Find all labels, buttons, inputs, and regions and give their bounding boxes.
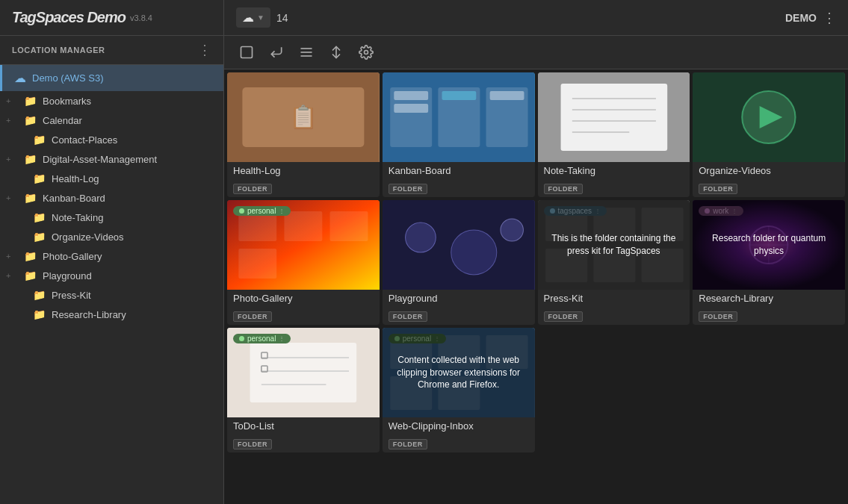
- folder-thumbnail: 📋: [227, 72, 380, 162]
- sidebar-item-label: Calendar: [43, 115, 82, 126]
- folder-card-photo-gallery[interactable]: personal ⋮ Photo-Gallery FOLDER: [227, 200, 380, 325]
- folder-name: ToDo-List: [233, 420, 274, 432]
- demo-location-label: Demo (AWS S3): [32, 72, 104, 84]
- folder-card-kanban-board[interactable]: Kanban-Board FOLDER: [383, 72, 535, 197]
- folder-thumbnail: personal ⋮ Content collected with the we…: [383, 328, 535, 417]
- folder-thumbnail: [383, 72, 535, 162]
- folder-badge: FOLDER: [233, 311, 272, 322]
- svg-point-33: [451, 230, 496, 275]
- folder-card-research-library[interactable]: work ⋮ Research folder for quantum physi…: [693, 200, 845, 325]
- expand-icon: +: [6, 155, 21, 164]
- folder-card-todo-list[interactable]: personal ⋮ ToDo-List FOLDER: [227, 328, 380, 452]
- folder-name: Photo-Gallery: [233, 293, 292, 304]
- tooltip-text: This is the folder containing the press …: [544, 232, 684, 258]
- sidebar-item-label: Playground: [43, 270, 92, 281]
- svg-rect-18: [560, 84, 667, 151]
- sidebar-item-playground[interactable]: + 📁 Playground: [0, 266, 223, 285]
- svg-rect-28: [284, 211, 322, 241]
- select-all-button[interactable]: [236, 42, 257, 63]
- settings-button[interactable]: [356, 42, 377, 63]
- sidebar-item-photo-gallery[interactable]: + 📁 Photo-Gallery: [0, 246, 223, 266]
- chevron-down-icon: ▼: [257, 13, 264, 22]
- folder-icon: 📁: [33, 231, 46, 243]
- top-bar-left: ☁ ▼ 14: [236, 7, 288, 28]
- folder-badge: FOLDER: [699, 184, 737, 194]
- folder-icon: 📁: [24, 114, 37, 126]
- folder-thumbnail: [538, 72, 690, 162]
- sidebar-item-label: Note-Taking: [52, 212, 103, 223]
- svg-rect-15: [442, 91, 476, 100]
- folder-card-press-kit[interactable]: tagspaces ⋮ This is the folder containin…: [538, 200, 690, 325]
- sidebar-item-kanban-board[interactable]: + 📁 Kanban-Board: [0, 188, 223, 208]
- folder-tooltip: This is the folder containing the press …: [538, 200, 690, 290]
- sidebar-item-label: Research-Library: [52, 309, 126, 320]
- tooltip-text: Content collected with the web clipping …: [389, 354, 529, 391]
- cloud-selector[interactable]: ☁ ▼: [236, 7, 270, 28]
- folder-thumbnail: [693, 72, 845, 162]
- svg-rect-29: [330, 211, 368, 241]
- more-options-icon[interactable]: ⋮: [823, 10, 836, 26]
- location-manager-menu-icon[interactable]: ⋮: [198, 42, 211, 58]
- sidebar-item-label: Health-Log: [52, 173, 99, 184]
- folder-card-playground[interactable]: Playground FOLDER: [383, 200, 535, 325]
- tag-dot: [239, 208, 244, 214]
- svg-rect-13: [394, 91, 428, 100]
- enter-directory-button[interactable]: [266, 42, 287, 63]
- sidebar-item-research-library[interactable]: 📁 Research-Library: [0, 305, 223, 324]
- folder-card-web-clipping-inbox[interactable]: personal ⋮ Content collected with the we…: [383, 328, 535, 452]
- folder-name: Web-Clipping-Inbox: [389, 420, 474, 432]
- svg-point-32: [405, 223, 436, 252]
- expand-icon: +: [6, 252, 21, 261]
- sidebar-item-label: Bookmarks: [43, 96, 91, 107]
- sidebar-item-organize-videos[interactable]: 📁 Organize-Videos: [0, 227, 223, 246]
- folder-icon: 📁: [24, 192, 37, 204]
- sidebar-item-press-kit[interactable]: 📁 Press-Kit: [0, 285, 223, 305]
- folder-thumbnail: tagspaces ⋮ This is the folder containin…: [538, 200, 690, 290]
- tag-badge-personal: personal ⋮: [233, 334, 291, 343]
- sidebar-item-health-log[interactable]: 📁 Health-Log: [0, 169, 223, 188]
- location-manager-header: LOCATION MANAGER ⋮: [0, 36, 223, 65]
- folder-badge: FOLDER: [544, 311, 583, 322]
- folder-footer: Note-Taking: [538, 162, 690, 181]
- folder-badge: FOLDER: [389, 184, 427, 194]
- folder-icon: 📁: [33, 172, 46, 184]
- folder-name: Playground: [389, 293, 438, 304]
- demo-location-item[interactable]: ☁ Demo (AWS S3): [0, 65, 223, 91]
- folder-footer: Organize-Videos: [693, 162, 845, 181]
- sidebar-item-contact-places[interactable]: 📁 Contact-Places: [0, 130, 223, 149]
- folder-badge: FOLDER: [233, 439, 272, 449]
- thumb-background: [383, 72, 535, 162]
- list-view-button[interactable]: [296, 42, 317, 63]
- folder-badge: FOLDER: [233, 184, 272, 194]
- folder-footer: Press-Kit: [538, 290, 690, 308]
- folder-card-health-log[interactable]: 📋 Health-Log FOLDER: [227, 72, 380, 197]
- top-bar: ☁ ▼ 14 DEMO ⋮: [224, 0, 848, 36]
- folder-icon: 📁: [33, 134, 46, 146]
- folder-footer: Playground: [383, 290, 535, 308]
- folder-icon: 📁: [33, 289, 46, 301]
- folder-thumbnail: work ⋮ Research folder for quantum physi…: [693, 200, 845, 290]
- folder-thumbnail: personal ⋮: [227, 200, 380, 290]
- tag-options-icon[interactable]: ⋮: [279, 335, 285, 342]
- folder-badge: FOLDER: [699, 311, 737, 322]
- folder-badge: FOLDER: [389, 439, 427, 449]
- folder-name: Health-Log: [233, 165, 281, 176]
- sidebar-item-digital-asset-management[interactable]: + 📁 Digital-Asset-Management: [0, 149, 223, 169]
- thumb-background: [383, 200, 535, 290]
- thumb-background: [693, 72, 845, 162]
- sidebar-item-calendar[interactable]: + 📁 Calendar: [0, 111, 223, 130]
- app-version: v3.8.4: [130, 13, 152, 22]
- folder-footer: Kanban-Board: [383, 162, 535, 181]
- sort-button[interactable]: [326, 42, 347, 63]
- folder-name: Research-Library: [699, 293, 773, 304]
- tag-options-icon[interactable]: ⋮: [279, 208, 285, 214]
- svg-text:📋: 📋: [289, 103, 318, 131]
- folder-card-note-taking[interactable]: Note-Taking FOLDER: [538, 72, 690, 197]
- sidebar-item-note-taking[interactable]: 📁 Note-Taking: [0, 208, 223, 227]
- sidebar-item-bookmarks[interactable]: + 📁 Bookmarks: [0, 91, 223, 111]
- folder-icon: 📁: [33, 308, 46, 320]
- folder-icon: 📁: [24, 153, 37, 165]
- demo-label: DEMO: [785, 12, 817, 24]
- folder-card-organize-videos[interactable]: Organize-Videos FOLDER: [693, 72, 845, 197]
- svg-rect-27: [238, 211, 276, 241]
